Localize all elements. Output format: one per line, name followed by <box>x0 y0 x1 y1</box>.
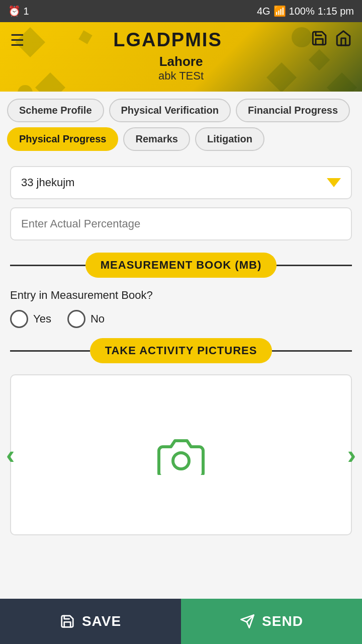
scheme-dropdown[interactable]: 33 jhekujm <box>10 166 352 199</box>
svg-marker-7 <box>327 72 357 92</box>
percentage-input[interactable] <box>21 217 341 230</box>
activity-pictures-section-header: TAKE ACTIVITY PICTURES <box>10 338 352 363</box>
svg-point-8 <box>173 453 189 469</box>
header-top-row: ☰ LGADPMIS <box>10 29 352 51</box>
carousel-prev-icon[interactable]: ‹ <box>6 440 15 470</box>
main-content: 33 jhekujm MEASUREMENT BOOK (MB) Entry i… <box>0 156 362 606</box>
tab-scheme-profile[interactable]: Scheme Profile <box>7 99 104 122</box>
status-4g: 4G <box>257 6 270 17</box>
tab-physical-progress[interactable]: Physical Progress <box>7 127 118 151</box>
measurement-book-label: MEASUREMENT BOOK (MB) <box>85 253 277 278</box>
send-label: SEND <box>262 613 303 629</box>
svg-marker-3 <box>35 72 65 92</box>
tab-physical-verification[interactable]: Physical Verification <box>109 99 231 122</box>
save-icon[interactable] <box>311 30 328 50</box>
status-bar: ⏰ 1 4G 📶 100% 1:15 pm <box>0 0 362 22</box>
radio-no-label: No <box>90 312 105 326</box>
save-button[interactable]: SAVE <box>0 599 181 644</box>
send-button[interactable]: SEND <box>181 599 362 644</box>
radio-no[interactable]: No <box>67 310 105 328</box>
bottom-spacer <box>10 540 352 596</box>
city-label: Lahore <box>158 54 204 69</box>
radio-yes[interactable]: Yes <box>10 310 51 328</box>
mb-radio-group: Yes No <box>10 310 352 328</box>
radio-no-circle[interactable] <box>67 310 85 328</box>
home-icon[interactable] <box>335 30 352 50</box>
percentage-input-wrapper[interactable] <box>10 207 352 240</box>
dropdown-arrow-icon <box>327 178 341 187</box>
svg-point-4 <box>18 85 33 92</box>
dropdown-value: 33 jhekujm <box>21 176 74 189</box>
camera-icon[interactable] <box>156 435 206 475</box>
section-line-right <box>277 265 352 266</box>
activity-pictures-label: TAKE ACTIVITY PICTURES <box>90 338 273 363</box>
header-right-icons <box>311 30 352 50</box>
status-icons: 4G 📶 100% 1:15 pm <box>257 5 354 17</box>
hamburger-icon[interactable]: ☰ <box>10 32 25 48</box>
activity-line-right <box>272 350 352 352</box>
status-alarm: ⏰ 1 <box>8 5 29 17</box>
save-label: SAVE <box>82 613 121 629</box>
tab-bar: Scheme Profile Physical Verification Fin… <box>0 92 362 156</box>
svg-marker-5 <box>266 62 297 92</box>
svg-rect-2 <box>309 49 330 70</box>
header-subtitle: Lahore abk TESt <box>158 54 204 83</box>
activity-pictures-section: TAKE ACTIVITY PICTURES ‹ › <box>10 338 352 535</box>
camera-box[interactable]: ‹ › <box>10 374 352 535</box>
activity-line-left <box>10 350 90 352</box>
measurement-book-section-header: MEASUREMENT BOOK (MB) <box>10 253 352 278</box>
send-btn-icon <box>240 614 255 629</box>
project-label: abk TESt <box>158 69 204 83</box>
status-time: 1:15 pm <box>318 6 354 17</box>
tab-remarks[interactable]: Remarks <box>123 127 190 151</box>
radio-yes-label: Yes <box>33 312 51 326</box>
bottom-bar: SAVE SEND <box>0 599 362 644</box>
tab-financial-progress[interactable]: Financial Progress <box>236 99 350 122</box>
section-line-left <box>10 265 85 266</box>
save-btn-icon <box>60 614 75 629</box>
mb-question: Entry in Measurement Book? <box>10 289 352 302</box>
app-title: LGADPMIS <box>113 29 222 51</box>
status-signal: 📶 <box>274 5 286 17</box>
status-battery: 100% <box>289 6 315 17</box>
radio-yes-circle[interactable] <box>10 310 28 328</box>
carousel-next-icon[interactable]: › <box>347 440 356 470</box>
app-header: ☰ LGADPMIS Lahore abk TESt <box>0 22 362 92</box>
tab-litigation[interactable]: Litigation <box>195 127 264 151</box>
